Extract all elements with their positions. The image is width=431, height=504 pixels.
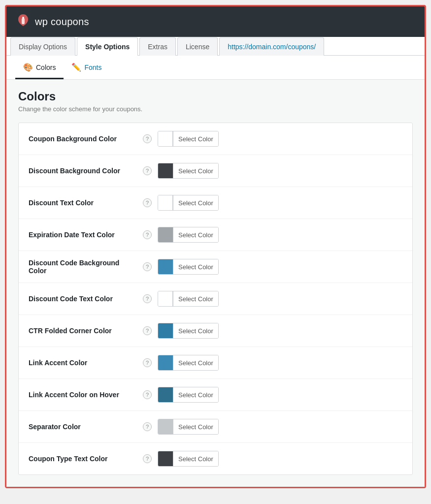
- logo-icon: [16, 13, 30, 30]
- link-accent-color-label: Link Accent Color: [29, 359, 137, 367]
- sub-tab-fonts[interactable]: ✏️ Fonts: [64, 56, 109, 79]
- expiry-text-color-label: Expiration Date Text Color: [29, 231, 137, 239]
- discount-text-color-label: Discount Text Color: [29, 199, 137, 207]
- coupon-bg-color-picker[interactable]: Select Color: [158, 131, 219, 147]
- expiry-text-color-picker[interactable]: Select Color: [158, 227, 219, 243]
- table-row: Expiration Date Text Color ? Select Colo…: [19, 219, 412, 251]
- coupon-bg-color-swatch: [158, 131, 173, 146]
- expiry-text-color-select-label: Select Color: [173, 227, 218, 242]
- table-row: CTR Folded Corner Color ? Select Color: [19, 315, 412, 347]
- svg-rect-0: [22, 18, 25, 24]
- discount-code-text-select-label: Select Color: [173, 291, 218, 306]
- link-accent-hover-help[interactable]: ?: [143, 390, 152, 399]
- tab-display-options[interactable]: Display Options: [10, 37, 75, 56]
- coupon-bg-color-label: Coupon Background Color: [29, 135, 137, 143]
- sub-tab-fonts-label: Fonts: [84, 63, 101, 71]
- discount-bg-color-help[interactable]: ?: [143, 166, 152, 175]
- table-row: Discount Code Background Color ? Select …: [19, 251, 412, 283]
- discount-code-bg-picker[interactable]: Select Color: [158, 259, 219, 275]
- table-row: Link Accent Color on Hover ? Select Colo…: [19, 379, 412, 411]
- link-accent-color-swatch: [158, 355, 173, 370]
- discount-text-color-picker[interactable]: Select Color: [158, 195, 219, 211]
- app-logo: wp coupons: [16, 13, 89, 30]
- discount-bg-color-swatch: [158, 163, 173, 178]
- discount-code-text-swatch: [158, 291, 173, 306]
- tab-license[interactable]: License: [177, 37, 218, 56]
- coupon-type-text-help[interactable]: ?: [143, 454, 152, 463]
- discount-code-bg-help[interactable]: ?: [143, 262, 152, 271]
- tab-extras[interactable]: Extras: [139, 37, 176, 56]
- link-accent-hover-picker[interactable]: Select Color: [158, 387, 219, 403]
- separator-color-select-label: Select Color: [173, 419, 218, 434]
- table-row: Discount Background Color ? Select Color: [19, 155, 412, 187]
- tab-style-options[interactable]: Style Options: [77, 37, 138, 56]
- link-accent-color-select-label: Select Color: [173, 355, 218, 370]
- discount-text-color-help[interactable]: ?: [143, 198, 152, 207]
- sub-tab-colors-label: Colors: [36, 63, 56, 71]
- ctr-fold-color-help[interactable]: ?: [143, 326, 152, 335]
- tab-link[interactable]: https://domain.com/coupons/: [219, 37, 324, 56]
- separator-color-swatch: [158, 419, 173, 434]
- link-accent-hover-label: Link Accent Color on Hover: [29, 391, 137, 399]
- link-accent-hover-swatch: [158, 387, 173, 402]
- coupon-bg-color-select-label: Select Color: [173, 131, 218, 146]
- tabs-bar: Display Options Style Options Extras Lic…: [6, 37, 425, 56]
- discount-text-color-swatch: [158, 195, 173, 210]
- link-accent-hover-select-label: Select Color: [173, 387, 218, 402]
- content-area: 🎨 Colors ✏️ Fonts Colors Change the colo…: [6, 56, 425, 487]
- ctr-fold-color-select-label: Select Color: [173, 323, 218, 338]
- colors-section: Colors Change the color scheme for your …: [6, 80, 425, 487]
- coupon-bg-color-help[interactable]: ?: [143, 134, 152, 143]
- svg-point-1: [22, 17, 24, 19]
- ctr-fold-color-label: CTR Folded Corner Color: [29, 327, 137, 335]
- section-title: Colors: [18, 90, 413, 103]
- section-description: Change the color scheme for your coupons…: [18, 105, 413, 113]
- discount-code-text-picker[interactable]: Select Color: [158, 291, 219, 307]
- discount-code-text-label: Discount Code Text Color: [29, 295, 137, 303]
- table-row: Discount Code Text Color ? Select Color: [19, 283, 412, 315]
- separator-color-picker[interactable]: Select Color: [158, 419, 219, 435]
- app-header: wp coupons: [6, 6, 425, 37]
- coupon-type-text-swatch: [158, 451, 173, 466]
- app-frame: wp coupons Display Options Style Options…: [5, 5, 426, 488]
- link-accent-color-help[interactable]: ?: [143, 358, 152, 367]
- table-row: Coupon Type Text Color ? Select Color: [19, 443, 412, 474]
- discount-code-bg-label: Discount Code Background Color: [29, 259, 137, 275]
- separator-color-label: Separator Color: [29, 423, 137, 431]
- ctr-fold-color-picker[interactable]: Select Color: [158, 323, 219, 339]
- discount-bg-color-label: Discount Background Color: [29, 167, 137, 175]
- app-title: wp coupons: [35, 16, 89, 28]
- table-row: Discount Text Color ? Select Color: [19, 187, 412, 219]
- ctr-fold-color-swatch: [158, 323, 173, 338]
- table-row: Separator Color ? Select Color: [19, 411, 412, 443]
- table-row: Coupon Background Color ? Select Color: [19, 123, 412, 155]
- discount-bg-color-picker[interactable]: Select Color: [158, 163, 219, 179]
- discount-bg-color-select-label: Select Color: [173, 163, 218, 178]
- table-row: Link Accent Color ? Select Color: [19, 347, 412, 379]
- sub-tab-colors[interactable]: 🎨 Colors: [15, 56, 64, 79]
- expiry-text-color-help[interactable]: ?: [143, 230, 152, 239]
- separator-color-help[interactable]: ?: [143, 422, 152, 431]
- coupon-type-text-picker[interactable]: Select Color: [158, 451, 219, 467]
- coupon-type-text-select-label: Select Color: [173, 451, 218, 466]
- colors-icon: 🎨: [23, 63, 33, 72]
- sub-tabs: 🎨 Colors ✏️ Fonts: [6, 56, 425, 80]
- expiry-text-color-swatch: [158, 227, 173, 242]
- discount-code-text-help[interactable]: ?: [143, 294, 152, 303]
- color-rows-container: Coupon Background Color ? Select Color D…: [18, 123, 413, 475]
- discount-code-bg-select-label: Select Color: [173, 259, 218, 274]
- discount-code-bg-swatch: [158, 259, 173, 274]
- link-accent-color-picker[interactable]: Select Color: [158, 355, 219, 371]
- discount-text-color-select-label: Select Color: [173, 195, 218, 210]
- fonts-icon: ✏️: [71, 63, 81, 72]
- coupon-type-text-label: Coupon Type Text Color: [29, 455, 137, 463]
